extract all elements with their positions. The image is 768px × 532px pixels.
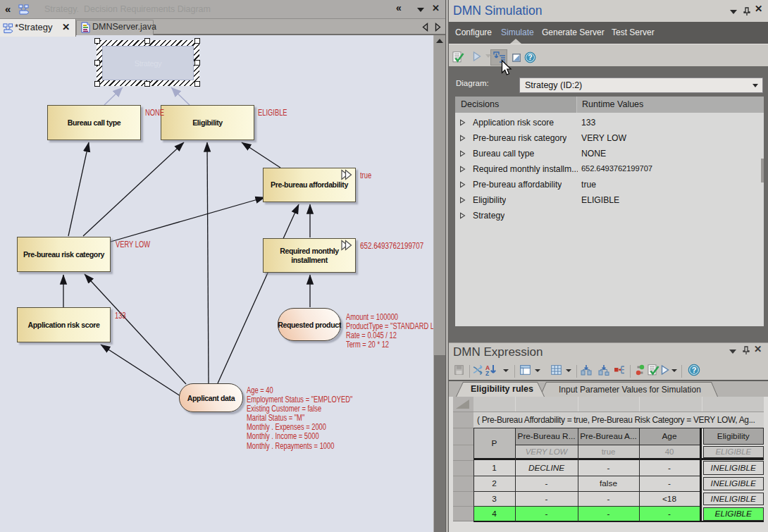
svg-text:?: ? [692, 366, 697, 374]
svg-text:?: ? [528, 54, 532, 61]
svg-text:Z: Z [485, 370, 489, 376]
